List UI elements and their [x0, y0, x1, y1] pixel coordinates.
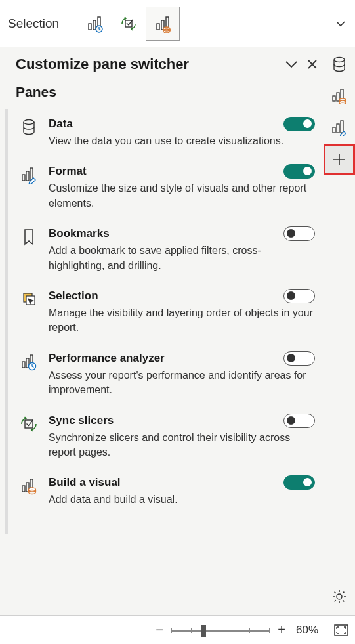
svg-rect-16 — [333, 127, 335, 133]
panel-title: Customize pane switcher — [16, 56, 282, 73]
pane-list: Data View the data you can use to create… — [5, 109, 322, 534]
pane-item-label: Build a visual — [49, 476, 283, 489]
perf-analyzer-toolbar-button[interactable] — [77, 7, 112, 41]
build-visual-toolbar-button[interactable] — [146, 7, 180, 41]
settings-gear-icon[interactable] — [327, 585, 351, 609]
svg-rect-21 — [26, 171, 29, 181]
pane-item-bookmarks: Bookmarks Add a bookmark to save applied… — [10, 219, 322, 281]
zoom-in-button[interactable]: + — [275, 622, 288, 637]
svg-point-19 — [24, 120, 34, 125]
pane-item-desc: Manage the visibility and layering order… — [49, 306, 315, 335]
svg-rect-12 — [337, 93, 339, 101]
build-visual-icon — [18, 475, 39, 507]
perf-analyzer-icon — [18, 351, 39, 398]
format-pane-icon[interactable] — [326, 114, 352, 140]
section-title: Panes — [10, 79, 322, 109]
pane-item-sync: Sync slicers Synchronize slicers and con… — [10, 406, 322, 468]
svg-rect-30 — [22, 486, 25, 492]
customize-pane-switcher-panel: Customize pane switcher Panes Dat — [10, 53, 322, 534]
svg-rect-17 — [337, 124, 339, 133]
pane-item-perf: Performance analyzer Assess your report'… — [10, 343, 322, 406]
pane-item-desc: Customize the size and style of visuals … — [49, 181, 315, 211]
zoom-slider[interactable] — [171, 624, 270, 637]
toggle-sync[interactable] — [283, 414, 315, 428]
pane-item-format: Format Customize the size and style of v… — [10, 156, 322, 219]
svg-rect-20 — [22, 175, 25, 181]
sync-slicers-toolbar-button[interactable] — [112, 7, 146, 41]
panel-header: Customize pane switcher — [10, 53, 322, 79]
pane-item-build: Build a visual Add data and build a visu… — [10, 467, 322, 515]
toolbar-chevron-down-icon[interactable] — [329, 15, 352, 32]
add-pane-button[interactable] — [325, 146, 353, 173]
status-bar: − + 60% — [0, 615, 355, 644]
toggle-bookmarks[interactable] — [283, 226, 315, 241]
pane-item-desc: View the data you can use to create visu… — [49, 134, 315, 148]
data-pane-icon[interactable] — [326, 51, 352, 77]
toggle-perf[interactable] — [283, 351, 315, 366]
zoom-level[interactable]: 60% — [296, 624, 326, 637]
svg-rect-25 — [22, 362, 25, 368]
svg-point-10 — [334, 58, 345, 62]
pane-item-desc: Add a bookmark to save applied filters, … — [49, 244, 315, 273]
toggle-build[interactable] — [283, 475, 315, 490]
svg-rect-18 — [341, 121, 343, 133]
pane-item-label: Data — [49, 118, 283, 131]
toggle-format[interactable] — [283, 164, 315, 179]
svg-point-35 — [337, 594, 342, 599]
toolbar: Selection — [0, 0, 355, 47]
bookmark-icon — [18, 226, 39, 273]
selection-icon — [18, 289, 39, 335]
svg-rect-11 — [333, 96, 335, 101]
pane-item-selection: Selection Manage the visibility and laye… — [10, 281, 322, 343]
format-icon — [18, 164, 39, 211]
pane-item-label: Bookmarks — [49, 227, 283, 240]
zoom-controls: − + — [153, 622, 288, 637]
pane-item-data: Data View the data you can use to create… — [10, 109, 322, 156]
pane-item-desc: Add data and build a visual. — [49, 492, 315, 507]
toolbar-selection-label[interactable]: Selection — [3, 16, 64, 31]
toggle-selection[interactable] — [283, 289, 315, 303]
pane-item-label: Selection — [49, 290, 283, 303]
pane-switcher-strip — [324, 49, 355, 173]
pane-item-label: Sync slicers — [49, 414, 283, 427]
pane-item-label: Performance analyzer — [49, 352, 283, 365]
build-visual-pane-icon[interactable] — [326, 83, 352, 109]
collapse-chevron-icon[interactable] — [282, 55, 301, 74]
toggle-data[interactable] — [283, 117, 315, 131]
close-icon[interactable] — [303, 55, 322, 74]
svg-rect-0 — [89, 24, 91, 30]
pane-item-desc: Synchronize slicers and control their vi… — [49, 431, 315, 460]
zoom-out-button[interactable]: − — [153, 622, 166, 637]
pane-item-desc: Assess your report's performance and ide… — [49, 368, 315, 398]
fit-to-page-icon[interactable] — [334, 624, 348, 636]
svg-rect-5 — [157, 24, 159, 30]
pane-item-label: Format — [49, 165, 283, 178]
svg-rect-1 — [93, 20, 96, 30]
data-icon — [18, 117, 39, 148]
sync-slicers-icon — [18, 414, 39, 460]
